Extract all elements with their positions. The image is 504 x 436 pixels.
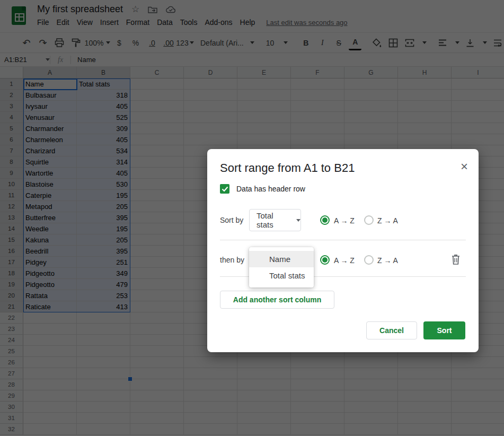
google-sheets-window: My first spreadsheet ☆ File Edit View In… xyxy=(0,0,504,436)
sort-button[interactable]: Sort xyxy=(423,321,465,339)
rule-divider xyxy=(220,240,466,240)
sort-by-label: Sort by xyxy=(220,216,243,224)
menu-option-total-stats[interactable]: Total stats xyxy=(249,267,314,284)
sortby-desc-label[interactable]: Z → A xyxy=(377,216,398,225)
header-row-checkbox-label[interactable]: Data has header row xyxy=(236,185,305,193)
menu-option-name[interactable]: Name xyxy=(249,251,314,267)
sort-range-dialog: Sort range from A1 to B21 × Data has hea… xyxy=(207,149,479,352)
header-row-checkbox[interactable] xyxy=(220,184,229,194)
sortby-asc-label[interactable]: A → Z xyxy=(334,216,355,225)
thenby-asc-radio[interactable] xyxy=(320,255,330,265)
sort-by-column-select[interactable]: Total stats xyxy=(249,209,301,231)
thenby-asc-label[interactable]: A → Z xyxy=(334,256,355,265)
dialog-title: Sort range from A1 to B21 xyxy=(220,161,355,175)
thenby-desc-radio[interactable] xyxy=(364,255,374,265)
sortby-desc-radio[interactable] xyxy=(364,215,374,225)
delete-rule-trash-icon[interactable] xyxy=(450,254,462,266)
then-by-label: then by xyxy=(220,256,244,264)
sortby-asc-radio[interactable] xyxy=(320,215,330,225)
thenby-desc-label[interactable]: Z → A xyxy=(377,256,398,265)
column-dropdown-menu: Name Total stats xyxy=(249,247,314,287)
close-icon[interactable]: × xyxy=(461,160,468,173)
add-sort-column-button[interactable]: Add another sort column xyxy=(220,291,334,309)
cancel-button[interactable]: Cancel xyxy=(366,321,417,339)
